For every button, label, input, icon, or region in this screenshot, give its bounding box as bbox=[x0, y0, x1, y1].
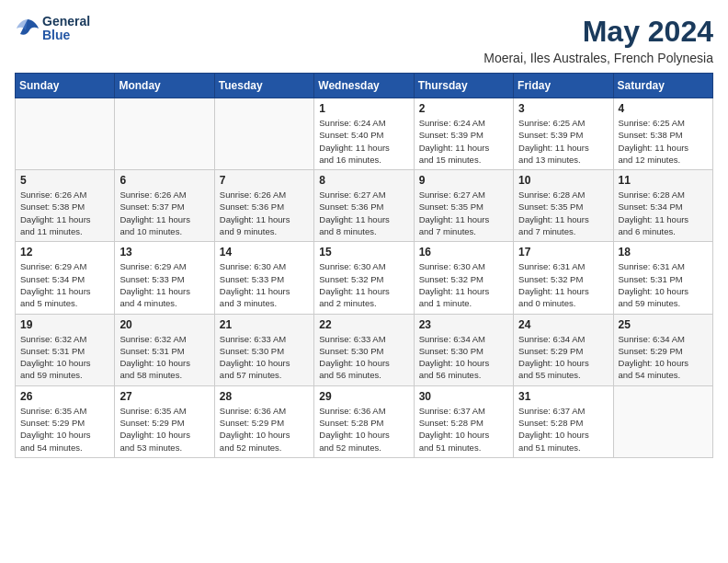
calendar-cell: 3Sunrise: 6:25 AM Sunset: 5:39 PM Daylig… bbox=[514, 98, 613, 170]
calendar-cell bbox=[613, 385, 712, 457]
calendar-cell: 15Sunrise: 6:30 AM Sunset: 5:32 PM Dayli… bbox=[314, 242, 414, 314]
day-number: 11 bbox=[619, 174, 708, 187]
calendar-week-1: 1Sunrise: 6:24 AM Sunset: 5:40 PM Daylig… bbox=[16, 98, 713, 170]
day-info: Sunrise: 6:32 AM Sunset: 5:31 PM Dayligh… bbox=[20, 333, 109, 382]
weekday-header-monday: Monday bbox=[115, 74, 214, 98]
day-number: 19 bbox=[20, 318, 109, 331]
day-number: 27 bbox=[119, 390, 209, 403]
calendar-week-3: 12Sunrise: 6:29 AM Sunset: 5:34 PM Dayli… bbox=[16, 242, 713, 314]
weekday-header-sunday: Sunday bbox=[16, 74, 115, 98]
logo-container: General Blue bbox=[15, 15, 90, 43]
day-info: Sunrise: 6:27 AM Sunset: 5:35 PM Dayligh… bbox=[419, 189, 508, 237]
calendar-cell: 28Sunrise: 6:36 AM Sunset: 5:29 PM Dayli… bbox=[214, 385, 313, 457]
day-info: Sunrise: 6:28 AM Sunset: 5:35 PM Dayligh… bbox=[518, 189, 608, 237]
day-info: Sunrise: 6:34 AM Sunset: 5:29 PM Dayligh… bbox=[619, 333, 708, 382]
weekday-header-wednesday: Wednesday bbox=[314, 74, 414, 98]
day-number: 21 bbox=[220, 318, 309, 331]
day-number: 30 bbox=[419, 390, 508, 403]
calendar-cell: 6Sunrise: 6:26 AM Sunset: 5:37 PM Daylig… bbox=[115, 170, 214, 242]
calendar-cell: 20Sunrise: 6:32 AM Sunset: 5:31 PM Dayli… bbox=[115, 314, 214, 385]
day-number: 29 bbox=[319, 390, 408, 403]
calendar-cell: 30Sunrise: 6:37 AM Sunset: 5:28 PM Dayli… bbox=[414, 385, 513, 457]
day-info: Sunrise: 6:37 AM Sunset: 5:28 PM Dayligh… bbox=[518, 405, 608, 454]
day-number: 9 bbox=[419, 174, 508, 187]
calendar-week-2: 5Sunrise: 6:26 AM Sunset: 5:38 PM Daylig… bbox=[16, 170, 713, 242]
calendar-table: SundayMondayTuesdayWednesdayThursdayFrid… bbox=[15, 73, 713, 458]
day-number: 23 bbox=[419, 318, 508, 331]
day-info: Sunrise: 6:30 AM Sunset: 5:32 PM Dayligh… bbox=[319, 260, 408, 309]
logo: General Blue bbox=[15, 15, 90, 43]
calendar-cell: 7Sunrise: 6:26 AM Sunset: 5:36 PM Daylig… bbox=[214, 170, 313, 242]
day-info: Sunrise: 6:24 AM Sunset: 5:39 PM Dayligh… bbox=[419, 117, 508, 166]
day-info: Sunrise: 6:24 AM Sunset: 5:40 PM Dayligh… bbox=[319, 117, 408, 166]
location-subtitle: Moerai, Iles Australes, French Polynesia bbox=[483, 51, 713, 65]
day-info: Sunrise: 6:30 AM Sunset: 5:33 PM Dayligh… bbox=[220, 260, 309, 309]
calendar-cell: 12Sunrise: 6:29 AM Sunset: 5:34 PM Dayli… bbox=[16, 242, 115, 314]
weekday-header-saturday: Saturday bbox=[613, 74, 712, 98]
calendar-cell bbox=[16, 98, 115, 170]
day-number: 26 bbox=[20, 390, 109, 403]
day-info: Sunrise: 6:33 AM Sunset: 5:30 PM Dayligh… bbox=[220, 333, 309, 382]
calendar-cell: 18Sunrise: 6:31 AM Sunset: 5:31 PM Dayli… bbox=[613, 242, 712, 314]
day-number: 25 bbox=[619, 318, 708, 331]
day-number: 13 bbox=[119, 246, 209, 259]
day-number: 22 bbox=[319, 318, 408, 331]
day-info: Sunrise: 6:37 AM Sunset: 5:28 PM Dayligh… bbox=[419, 405, 508, 454]
day-info: Sunrise: 6:32 AM Sunset: 5:31 PM Dayligh… bbox=[119, 333, 209, 382]
calendar-cell: 8Sunrise: 6:27 AM Sunset: 5:36 PM Daylig… bbox=[314, 170, 414, 242]
calendar-cell: 16Sunrise: 6:30 AM Sunset: 5:32 PM Dayli… bbox=[414, 242, 513, 314]
day-number: 4 bbox=[619, 102, 708, 115]
day-info: Sunrise: 6:33 AM Sunset: 5:30 PM Dayligh… bbox=[319, 333, 408, 382]
calendar-cell: 24Sunrise: 6:34 AM Sunset: 5:29 PM Dayli… bbox=[514, 314, 613, 385]
day-number: 16 bbox=[419, 246, 508, 259]
calendar-cell: 1Sunrise: 6:24 AM Sunset: 5:40 PM Daylig… bbox=[314, 98, 414, 170]
day-info: Sunrise: 6:31 AM Sunset: 5:32 PM Dayligh… bbox=[518, 260, 608, 309]
calendar-cell: 19Sunrise: 6:32 AM Sunset: 5:31 PM Dayli… bbox=[16, 314, 115, 385]
day-info: Sunrise: 6:26 AM Sunset: 5:37 PM Dayligh… bbox=[119, 189, 209, 237]
day-info: Sunrise: 6:31 AM Sunset: 5:31 PM Dayligh… bbox=[619, 260, 708, 309]
day-info: Sunrise: 6:36 AM Sunset: 5:28 PM Dayligh… bbox=[319, 405, 408, 454]
day-number: 18 bbox=[619, 246, 708, 259]
calendar-cell: 9Sunrise: 6:27 AM Sunset: 5:35 PM Daylig… bbox=[414, 170, 513, 242]
day-info: Sunrise: 6:35 AM Sunset: 5:29 PM Dayligh… bbox=[119, 405, 209, 454]
weekday-header-thursday: Thursday bbox=[414, 74, 513, 98]
calendar-cell: 27Sunrise: 6:35 AM Sunset: 5:29 PM Dayli… bbox=[115, 385, 214, 457]
weekday-header-tuesday: Tuesday bbox=[214, 74, 313, 98]
calendar-header: SundayMondayTuesdayWednesdayThursdayFrid… bbox=[16, 74, 713, 98]
calendar-cell: 2Sunrise: 6:24 AM Sunset: 5:39 PM Daylig… bbox=[414, 98, 513, 170]
day-number: 2 bbox=[419, 102, 508, 115]
day-info: Sunrise: 6:26 AM Sunset: 5:36 PM Dayligh… bbox=[220, 189, 309, 237]
calendar-cell: 25Sunrise: 6:34 AM Sunset: 5:29 PM Dayli… bbox=[613, 314, 712, 385]
calendar-cell: 17Sunrise: 6:31 AM Sunset: 5:32 PM Dayli… bbox=[514, 242, 613, 314]
day-info: Sunrise: 6:26 AM Sunset: 5:38 PM Dayligh… bbox=[20, 189, 109, 237]
day-info: Sunrise: 6:30 AM Sunset: 5:32 PM Dayligh… bbox=[419, 260, 508, 309]
day-info: Sunrise: 6:36 AM Sunset: 5:29 PM Dayligh… bbox=[220, 405, 309, 454]
calendar-cell: 10Sunrise: 6:28 AM Sunset: 5:35 PM Dayli… bbox=[514, 170, 613, 242]
logo-bird-icon bbox=[15, 16, 40, 41]
day-number: 28 bbox=[220, 390, 309, 403]
day-number: 3 bbox=[518, 102, 608, 115]
calendar-cell: 23Sunrise: 6:34 AM Sunset: 5:30 PM Dayli… bbox=[414, 314, 513, 385]
day-number: 6 bbox=[119, 174, 209, 187]
calendar-cell: 5Sunrise: 6:26 AM Sunset: 5:38 PM Daylig… bbox=[16, 170, 115, 242]
calendar-cell bbox=[214, 98, 313, 170]
day-info: Sunrise: 6:28 AM Sunset: 5:34 PM Dayligh… bbox=[619, 189, 708, 237]
calendar-cell: 13Sunrise: 6:29 AM Sunset: 5:33 PM Dayli… bbox=[115, 242, 214, 314]
calendar-cell: 29Sunrise: 6:36 AM Sunset: 5:28 PM Dayli… bbox=[314, 385, 414, 457]
day-number: 8 bbox=[319, 174, 408, 187]
calendar-cell: 11Sunrise: 6:28 AM Sunset: 5:34 PM Dayli… bbox=[613, 170, 712, 242]
day-number: 10 bbox=[518, 174, 608, 187]
day-info: Sunrise: 6:35 AM Sunset: 5:29 PM Dayligh… bbox=[20, 405, 109, 454]
weekday-row: SundayMondayTuesdayWednesdayThursdayFrid… bbox=[16, 74, 713, 98]
weekday-header-friday: Friday bbox=[514, 74, 613, 98]
month-year-title: May 2024 bbox=[483, 15, 713, 49]
title-block: May 2024 Moerai, Iles Australes, French … bbox=[483, 15, 713, 65]
calendar-cell: 22Sunrise: 6:33 AM Sunset: 5:30 PM Dayli… bbox=[314, 314, 414, 385]
day-number: 5 bbox=[20, 174, 109, 187]
day-number: 24 bbox=[518, 318, 608, 331]
calendar-cell: 21Sunrise: 6:33 AM Sunset: 5:30 PM Dayli… bbox=[214, 314, 313, 385]
day-info: Sunrise: 6:29 AM Sunset: 5:34 PM Dayligh… bbox=[20, 260, 109, 309]
day-number: 31 bbox=[518, 390, 608, 403]
day-number: 20 bbox=[119, 318, 209, 331]
day-info: Sunrise: 6:25 AM Sunset: 5:38 PM Dayligh… bbox=[619, 117, 708, 166]
